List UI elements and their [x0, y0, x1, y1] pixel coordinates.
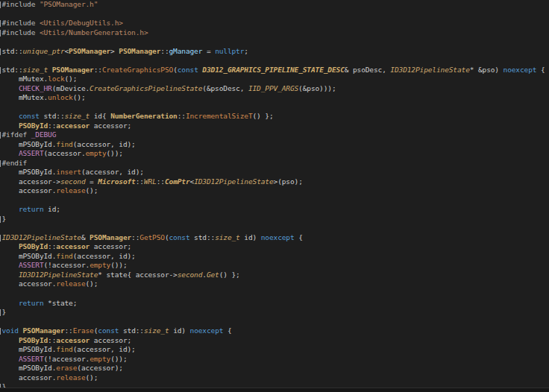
code-token: CreateGraphicsPSO [102, 66, 173, 74]
code-line[interactable]: ID3D12PipelineState& PSOManager::GetPSO(… [0, 233, 549, 243]
code-token: accessor. [2, 186, 57, 195]
code-token: accessor; [90, 336, 131, 344]
code-line-blank[interactable] [0, 317, 549, 327]
code-token: noexcept [261, 233, 295, 241]
code-token: mPSOById. [2, 168, 57, 176]
code-line[interactable]: accessor.release(); [0, 279, 549, 289]
code-line[interactable]: const std::size_t id{ NumberGeneration::… [0, 112, 549, 121]
code-line[interactable]: std::unique_ptr<PSOManager> PSOManager::… [0, 47, 549, 57]
code-token: PSOById [19, 242, 48, 250]
code-token: IncrementalSizeT [186, 112, 253, 120]
code-token: >(pso); [274, 177, 303, 186]
code-token: #endif [2, 159, 28, 167]
code-token: const [178, 66, 198, 74]
code-line[interactable]: #ifdef _DEBUG [0, 130, 549, 140]
code-line-blank[interactable] [0, 103, 549, 113]
code-token: accessor [56, 121, 90, 130]
code-token: erase [56, 364, 77, 372]
code-token: accessor. [2, 373, 57, 382]
code-line[interactable]: PSOById::accessor accessor; [0, 336, 549, 346]
code-line[interactable]: accessor->second = Microsoft::WRL::ComPt… [0, 177, 549, 187]
code-editor-viewport[interactable]: #include "PSOManager.h"#include <Utils/D… [0, 0, 549, 388]
code-token: accessor-> [2, 177, 60, 186]
code-line[interactable]: CHECK_HR(mDevice.CreateGraphicsPipelineS… [0, 84, 549, 94]
code-token: :: [160, 47, 169, 55]
code-token [2, 271, 19, 279]
code-token: GetPSO [139, 233, 165, 241]
code-line[interactable]: } [0, 308, 549, 317]
code-token: { [536, 66, 545, 74]
code-line-blank[interactable] [0, 224, 549, 233]
code-token: ASSERT [19, 261, 44, 269]
code-token: (); [86, 373, 98, 382]
code-line[interactable]: #include "PSOManager.h" [0, 0, 549, 10]
code-token: id{ [90, 112, 110, 120]
code-line[interactable]: ASSERT(!accessor.empty()); [0, 261, 549, 271]
code-token: :: [94, 66, 102, 74]
code-line[interactable]: mMutex.lock(); [0, 75, 549, 84]
code-line[interactable]: } [0, 215, 549, 224]
code-line[interactable]: mPSOById.find(accessor, id); [0, 345, 549, 355]
code-token: insert [56, 168, 81, 176]
code-token: find [56, 252, 72, 260]
code-line[interactable]: PSOById::accessor accessor; [0, 242, 549, 252]
code-token: CreateGraphicsPipelineState [90, 84, 202, 92]
code-line-blank[interactable] [0, 10, 549, 19]
code-token: ID3D12PipelineState [390, 66, 469, 74]
code-token: > [110, 47, 119, 55]
code-line[interactable]: #include <Utils/DebugUtils.h> [0, 19, 549, 28]
code-line[interactable]: mPSOById.find(accessor, id); [0, 140, 549, 150]
code-token: _DEBUG [31, 130, 57, 139]
code-line[interactable]: std::size_t PSOManager::CreateGraphicsPS… [0, 66, 549, 75]
code-token: std:: [190, 233, 216, 241]
code-line-blank[interactable] [0, 289, 549, 299]
code-line[interactable]: #endif [0, 159, 549, 168]
code-token: noexcept [190, 326, 224, 335]
code-line-blank[interactable] [0, 56, 549, 66]
code-line[interactable]: ASSERT(accessor.empty()); [0, 149, 549, 159]
code-token: (); [86, 186, 98, 195]
code-token [2, 121, 19, 130]
code-line[interactable]: mMutex.unlock(); [0, 93, 549, 103]
code-line[interactable]: ASSERT(!accessor.empty()); [0, 355, 549, 364]
code-token: (accessor); [77, 364, 123, 372]
code-token: :: [48, 336, 56, 344]
code-token [2, 355, 19, 363]
code-token: empty [90, 261, 110, 269]
code-line[interactable]: ID3D12PipelineState* state{ accessor->se… [0, 271, 549, 280]
code-token: accessor. [2, 279, 57, 288]
code-token: gManager [169, 47, 203, 55]
code-token: (mDevice. [52, 84, 90, 92]
code-line[interactable]: mPSOById.find(accessor, id); [0, 252, 549, 262]
code-line[interactable]: #include <Utils/NumberGeneration.h> [0, 28, 549, 38]
code-token: #include [2, 28, 40, 37]
code-line[interactable]: accessor.release(); [0, 373, 549, 383]
code-token: ASSERT [19, 149, 44, 157]
code-token: ; [244, 47, 248, 55]
code-line[interactable]: void PSOManager::Erase(const std::size_t… [0, 326, 549, 336]
code-token: (accessor, id); [73, 345, 136, 353]
code-token: = [86, 177, 98, 186]
code-line[interactable]: mPSOById.insert(accessor, id); [0, 168, 549, 177]
code-line[interactable]: accessor.release(); [0, 186, 549, 196]
code-line[interactable]: PSOById::accessor accessor; [0, 121, 549, 131]
code-line[interactable]: return id; [0, 205, 549, 215]
code-line[interactable]: mPSOById.erase(accessor); [0, 364, 549, 373]
code-line-blank[interactable] [0, 196, 549, 206]
code-token: noexcept [503, 66, 537, 74]
code-token: empty [90, 355, 110, 363]
code-token: :: [178, 112, 186, 120]
code-line-blank[interactable] [0, 37, 549, 47]
code-token [2, 112, 19, 120]
code-token: * &pso) [470, 66, 503, 74]
code-token: ()); [110, 261, 127, 269]
code-token: lock [48, 75, 64, 83]
code-token: mPSOById. [2, 345, 57, 353]
code-token: size_t [23, 66, 48, 74]
code-token: (); [86, 279, 98, 288]
code-token: accessor [56, 242, 90, 250]
code-token: (!accessor. [44, 355, 90, 363]
code-line[interactable]: return *state; [0, 299, 549, 309]
code-token: nullptr [215, 47, 244, 55]
code-token: { [223, 326, 231, 335]
